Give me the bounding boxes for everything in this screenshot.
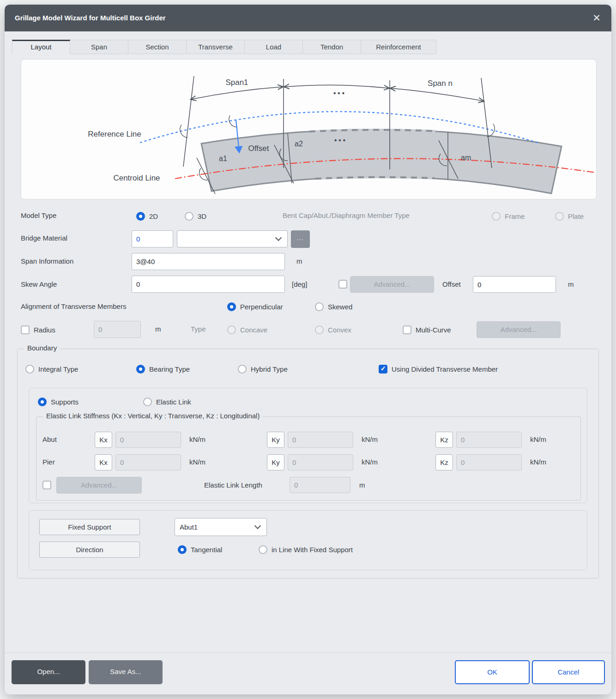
model-type-3d-option[interactable]: 3D <box>185 211 206 221</box>
alignment-perpendicular-option[interactable]: Perpendicular <box>227 302 283 311</box>
abut-kz-chip[interactable]: Kz <box>435 432 453 448</box>
fixed-support-select[interactable]: Abut1 <box>175 518 267 536</box>
pier-ky-chip[interactable]: Ky <box>267 454 284 470</box>
pier-kx-input: 0 <box>115 454 181 470</box>
offset-input[interactable]: 0 <box>473 276 556 293</box>
stiffness-advanced-checkbox[interactable] <box>42 481 51 489</box>
bearing-type-option[interactable]: Bearing Type <box>136 364 190 374</box>
grillage-wizard-dialog: Grillage Model Wizard for Multicell Box … <box>5 5 611 694</box>
dialog-title: Grillage Model Wizard for Multicell Box … <box>15 5 166 31</box>
tab-layout[interactable]: Layout <box>12 40 70 54</box>
pier-kx-chip[interactable]: Kx <box>95 454 112 470</box>
layout-diagram-panel: Span1 Span n • • • • • • Reference Line … <box>21 59 597 199</box>
tab-reinforcement[interactable]: Reinforcement <box>361 40 436 54</box>
radius-unit: m <box>155 325 161 333</box>
radio-bearing-type[interactable] <box>136 365 145 374</box>
pier-kz-unit: kN/m <box>530 458 546 466</box>
divided-member-checkbox[interactable] <box>379 365 387 374</box>
model-type-2d-option[interactable]: 2D <box>136 211 158 221</box>
open-button[interactable]: Open... <box>12 660 85 684</box>
stiffness-legend: Elastic Link Stiffness (Kx : Vertical, K… <box>43 412 263 420</box>
offset-label: Offset <box>442 280 461 288</box>
pier-kz-chip[interactable]: Kz <box>435 454 453 470</box>
integral-type-option[interactable]: Integral Type <box>25 364 78 374</box>
close-icon[interactable]: ✕ <box>589 11 604 26</box>
elastic-link-length-unit: m <box>359 481 365 489</box>
inline-with-fixed-support-option[interactable]: in Line With Fixed Support <box>259 545 353 554</box>
tangential-option[interactable]: Tangential <box>178 545 222 554</box>
elastic-link-option[interactable]: Elastic Link <box>143 397 191 406</box>
a1-label: a1 <box>219 155 227 163</box>
radius-checkbox[interactable] <box>21 325 30 334</box>
tab-span[interactable]: Span <box>70 40 128 54</box>
radio-integral-type[interactable] <box>25 365 34 374</box>
radius-concave-option: Concave <box>227 325 267 334</box>
tab-section[interactable]: Section <box>128 40 187 54</box>
abut-ky-chip[interactable]: Ky <box>267 432 284 448</box>
ellipsis-deck: • • • <box>334 136 345 144</box>
multi-curve-option[interactable]: Multi-Curve <box>403 325 451 334</box>
divided-member-option[interactable]: Using Divided Transverse Member <box>379 364 498 374</box>
stiffness-advanced-button: Advanced... <box>56 477 142 494</box>
divided-member-label: Using Divided Transverse Member <box>392 365 498 373</box>
pier-row-label: Pier <box>42 458 55 466</box>
pier-ky-input: 0 <box>288 454 353 470</box>
abut-kx-unit: kN/m <box>189 435 205 443</box>
abut-kx-chip[interactable]: Kx <box>95 432 112 448</box>
radio-inline-label: in Line With Fixed Support <box>272 546 353 554</box>
radio-frame-label: Frame <box>505 212 525 220</box>
span-information-label: Span Information <box>21 257 73 265</box>
radius-convex-option: Convex <box>315 325 351 334</box>
skew-angle-input[interactable]: 0 <box>132 276 285 293</box>
radio-inline[interactable] <box>259 545 267 554</box>
hybrid-type-option[interactable]: Hybrid Type <box>238 364 288 374</box>
radio-elastic-link-label: Elastic Link <box>156 398 191 406</box>
offset-unit: m <box>568 280 574 288</box>
abut-row-label: Abut <box>42 435 57 443</box>
radio-skewed[interactable] <box>315 302 324 311</box>
elastic-link-length-label: Elastic Link Length <box>204 481 262 489</box>
fixed-support-button[interactable]: Fixed Support <box>39 519 140 535</box>
radius-type-label: Type <box>191 325 206 333</box>
abut-kz-unit: kN/m <box>530 435 546 443</box>
radio-2d[interactable] <box>136 212 145 221</box>
bridge-material-count-input[interactable]: 0 <box>132 230 173 247</box>
multi-curve-checkbox[interactable] <box>403 325 411 334</box>
tab-tendon[interactable]: Tendon <box>303 40 361 54</box>
tab-load[interactable]: Load <box>245 40 303 54</box>
radio-tangential[interactable] <box>178 545 187 554</box>
radio-integral-label: Integral Type <box>38 365 78 373</box>
fixed-support-value: Abut1 <box>180 523 198 531</box>
radio-perpendicular[interactable] <box>227 302 236 311</box>
skew-advanced-button: Advanced... <box>350 276 434 293</box>
chevron-down-icon <box>275 234 282 241</box>
radio-hybrid-type[interactable] <box>238 365 247 374</box>
bridge-material-browse-button[interactable]: ... <box>291 230 310 248</box>
radio-3d[interactable] <box>185 212 193 221</box>
member-type-frame-option: Frame <box>492 211 525 221</box>
skew-advanced-checkbox[interactable] <box>338 280 347 289</box>
pier-kz-input: 0 <box>456 454 522 470</box>
radio-supports-label: Supports <box>51 398 79 406</box>
ellipsis-top: • • • <box>333 89 344 97</box>
radio-tangential-label: Tangential <box>191 546 222 554</box>
ok-button[interactable]: OK <box>455 660 530 684</box>
save-as-button[interactable]: Save As... <box>89 660 163 684</box>
member-type-label: Bent Cap/Abut./Diaphragm Member Type <box>283 211 410 219</box>
span-information-input[interactable]: 3@40 <box>132 253 285 270</box>
am-label: am <box>461 154 471 162</box>
tab-transverse[interactable]: Transverse <box>187 40 245 54</box>
alignment-skewed-option[interactable]: Skewed <box>315 302 352 311</box>
pier-kx-unit: kN/m <box>189 458 205 466</box>
radius-checkbox-option[interactable]: Radius <box>21 325 55 334</box>
bridge-material-select[interactable] <box>177 230 288 247</box>
supports-option[interactable]: Supports <box>38 397 79 406</box>
radio-2d-label: 2D <box>149 212 158 220</box>
direction-button[interactable]: Direction <box>39 542 140 558</box>
skew-angle-unit: [deg] <box>292 280 307 288</box>
radio-elastic-link[interactable] <box>143 398 152 406</box>
cancel-button[interactable]: Cancel <box>532 660 605 684</box>
radio-supports[interactable] <box>38 398 47 406</box>
multi-curve-label: Multi-Curve <box>416 326 451 334</box>
radius-advanced-button: Advanced... <box>477 321 561 338</box>
